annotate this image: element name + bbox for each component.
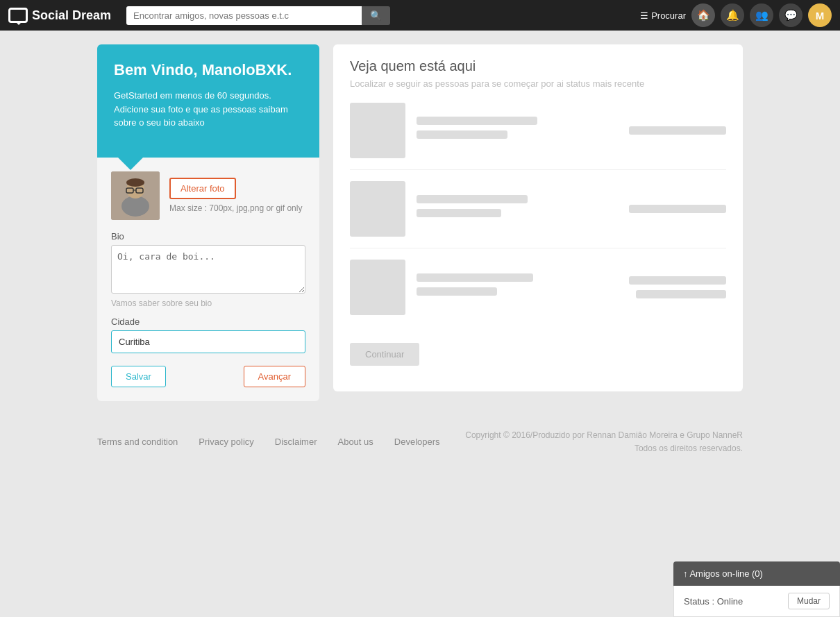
skeleton-line	[417, 130, 507, 139]
people-icon: 👥	[755, 9, 768, 22]
people-button[interactable]: 👥	[750, 3, 773, 27]
footer-links: Terms and condition Privacy policy Discl…	[97, 437, 440, 447]
footer-link-terms[interactable]: Terms and condition	[97, 437, 178, 447]
profile-form-box: Alterar foto Max size : 700px, jpg,png o…	[97, 158, 319, 401]
messages-button[interactable]: 💬	[779, 3, 803, 27]
menu-icon: ☰	[640, 10, 648, 21]
skeleton-lines-2	[417, 195, 618, 223]
skeleton-line	[417, 195, 528, 203]
skeleton-line	[417, 209, 501, 217]
search-icon: 🔍	[370, 10, 382, 21]
friends-bar: ↑ Amigos on-line (0) Status : Online Mud…	[673, 561, 840, 617]
right-panel-title: Veja quem está aqui	[350, 58, 726, 74]
skeleton-line	[636, 290, 726, 298]
skeleton-avatar-2	[350, 181, 405, 237]
svg-point-1	[121, 196, 149, 217]
skeleton-card-1	[350, 103, 726, 170]
photo-hint: Max size : 700px, jpg,png or gif only	[169, 203, 302, 213]
home-icon: 🏠	[697, 9, 710, 22]
brand-logo[interactable]: Social Dream	[8, 8, 119, 23]
footer-link-about[interactable]: About us	[337, 437, 373, 447]
right-panel: Veja quem está aqui Localizar e seguir a…	[333, 44, 743, 391]
avancar-button[interactable]: Avançar	[244, 366, 305, 387]
welcome-title: Bem Vindo, ManoloBXK.	[114, 61, 303, 79]
brand-name: Social Dream	[32, 8, 111, 23]
photo-info: Alterar foto Max size : 700px, jpg,png o…	[169, 178, 302, 213]
skeleton-avatar-1	[350, 103, 405, 158]
copyright-line2: Todos os direitos reservados.	[465, 442, 743, 455]
skeleton-lines-1	[417, 117, 618, 144]
skeleton-line	[629, 205, 726, 213]
friends-bar-header[interactable]: ↑ Amigos on-line (0)	[673, 561, 840, 586]
navbar-right: ☰ Procurar 🏠 🔔 👥 💬 M	[640, 3, 832, 27]
profile-photo	[111, 171, 160, 220]
skeleton-line	[417, 273, 533, 282]
welcome-box: Bem Vindo, ManoloBXK. GetStarted em meno…	[97, 44, 319, 158]
search-input[interactable]	[126, 6, 362, 25]
svg-point-6	[126, 178, 144, 187]
navbar: Social Dream 🔍 ☰ Procurar 🏠 🔔 👥 💬 M	[0, 0, 840, 31]
footer-copyright: Copyright © 2016/Produzido por Rennan Da…	[465, 429, 743, 455]
home-button[interactable]: 🏠	[691, 3, 715, 27]
notifications-button[interactable]: 🔔	[721, 3, 744, 27]
bell-icon: 🔔	[726, 9, 739, 22]
footer-link-privacy[interactable]: Privacy policy	[199, 437, 253, 447]
skeleton-card-2	[350, 181, 726, 248]
salvar-button[interactable]: Salvar	[111, 366, 166, 387]
bio-label: Bio	[111, 231, 305, 242]
alterar-foto-button[interactable]: Alterar foto	[169, 178, 236, 199]
avatar-letter: M	[816, 10, 825, 22]
skeleton-line	[417, 117, 537, 125]
skeleton-line	[629, 126, 726, 135]
skeleton-card-3	[350, 260, 726, 326]
procurar-menu[interactable]: ☰ Procurar	[640, 10, 686, 21]
skeleton-avatar-3	[350, 260, 405, 315]
friends-bar-title: ↑ Amigos on-line (0)	[683, 568, 763, 579]
skeleton-lines-3	[417, 273, 618, 301]
skeleton-line	[629, 276, 726, 285]
form-actions: Salvar Avançar	[111, 366, 305, 387]
cidade-label: Cidade	[111, 316, 305, 327]
brand-icon	[8, 8, 28, 23]
continue-button[interactable]: Continuar	[350, 343, 419, 366]
footer-link-developers[interactable]: Developers	[394, 437, 440, 447]
left-panel: Bem Vindo, ManoloBXK. GetStarted em meno…	[97, 44, 319, 401]
person-avatar-svg	[111, 171, 160, 220]
status-text: Status : Online	[684, 596, 743, 607]
bio-hint: Vamos saber sobre seu bio	[111, 298, 305, 308]
search-form: 🔍	[126, 6, 390, 25]
footer: Terms and condition Privacy policy Discl…	[0, 415, 840, 469]
welcome-text: GetStarted em menos de 60 segundos. Adic…	[114, 89, 303, 130]
copyright-line1: Copyright © 2016/Produzido por Rennan Da…	[465, 429, 743, 442]
friends-bar-body: Status : Online Mudar	[673, 586, 840, 617]
mudar-button[interactable]: Mudar	[788, 593, 830, 609]
photo-row: Alterar foto Max size : 700px, jpg,png o…	[111, 171, 305, 220]
cidade-input[interactable]	[111, 330, 305, 353]
main-content: Bem Vindo, ManoloBXK. GetStarted em meno…	[0, 31, 840, 415]
user-avatar[interactable]: M	[808, 3, 832, 27]
footer-link-disclaimer[interactable]: Disclaimer	[275, 437, 317, 447]
procurar-label: Procurar	[651, 10, 686, 21]
skeleton-line	[417, 287, 497, 296]
right-panel-subtitle: Localizar e seguir as pessoas para se co…	[350, 78, 726, 89]
bio-textarea[interactable]: Oi, cara de boi...	[111, 245, 305, 294]
search-button[interactable]: 🔍	[362, 6, 390, 25]
chat-icon: 💬	[784, 9, 798, 22]
